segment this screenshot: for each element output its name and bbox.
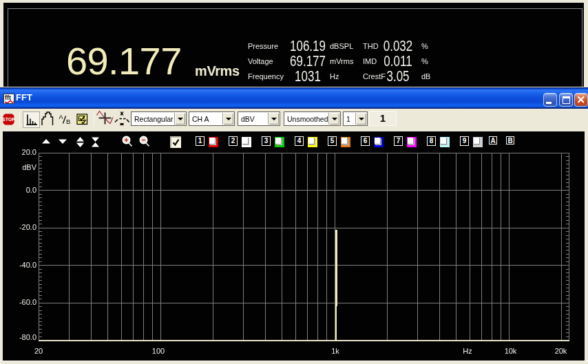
svg-text:A: A [59, 114, 63, 120]
svg-text:B: B [66, 118, 70, 125]
